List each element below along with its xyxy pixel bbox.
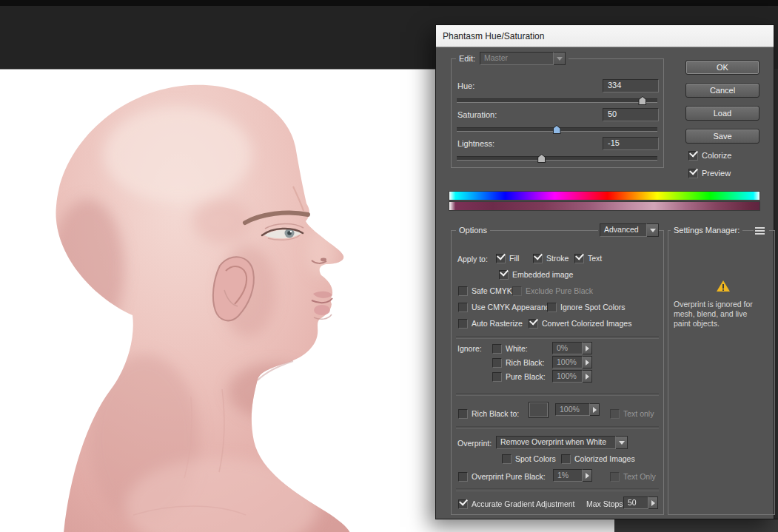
checkbox-label: Text Only [623, 472, 656, 481]
checkbox-box [610, 409, 620, 419]
checkbox-box [492, 372, 502, 382]
rich-black-to-color-swatch[interactable] [529, 402, 549, 418]
max-stops-spinner-arrow[interactable] [648, 496, 658, 509]
separator [456, 488, 659, 491]
saturation-value-field[interactable]: 50 [603, 108, 659, 121]
colorized-images-checkbox[interactable]: Colorized Images [561, 454, 635, 464]
hue-slider-thumb[interactable] [638, 96, 646, 105]
checkbox-box [688, 169, 698, 178]
checkbox-label: Rich Black to: [472, 409, 519, 418]
embedded-image-checkbox[interactable]: Embedded image [499, 269, 573, 280]
saturation-slider-thumb[interactable] [553, 125, 561, 134]
stroke-checkbox[interactable]: Stroke [533, 253, 569, 263]
chevron-right-icon [651, 500, 655, 506]
preview-checkbox[interactable]: Preview [688, 168, 731, 178]
settings-manager-menu-icon[interactable] [754, 226, 769, 237]
ignore-pure-black-checkbox[interactable]: Pure Black: [492, 371, 546, 382]
ignore-white-checkbox[interactable]: White: [492, 343, 528, 354]
cancel-button[interactable]: Cancel [685, 83, 759, 98]
overprint-pure-black-checkbox[interactable]: Overprint Pure Black: [458, 471, 546, 482]
colorize-checkbox[interactable]: Colorize [688, 150, 731, 161]
chevron-down-icon [619, 441, 625, 445]
max-stops-spinner: 50 [623, 496, 658, 509]
checkbox-box [499, 270, 509, 280]
fill-checkbox[interactable]: Fill [496, 253, 519, 263]
checkbox-box [458, 472, 468, 482]
spot-colors-checkbox[interactable]: Spot Colors [502, 454, 556, 464]
ignore-rich-black-checkbox[interactable]: Rich Black: [492, 357, 545, 368]
checkbox-label: Ignore Spot Colors [560, 303, 626, 312]
checkbox-box [688, 151, 698, 161]
overprint-dropdown[interactable]: Remove Overprint when White [496, 436, 628, 449]
edit-master-arrow[interactable] [554, 52, 566, 65]
text-checkbox[interactable]: Text [574, 253, 602, 263]
edit-label: Edit: [459, 53, 475, 64]
advanced-arrow[interactable] [647, 223, 659, 237]
lightness-slider-track[interactable] [457, 156, 657, 161]
app-window: Phantasm Hue/Saturation Edit: Master Hue… [0, 0, 778, 532]
lightness-slider-thumb[interactable] [537, 154, 546, 163]
separator [456, 336, 659, 339]
pure-black-spinner-arrow[interactable] [583, 370, 592, 383]
chevron-right-icon [593, 407, 597, 413]
separator [456, 426, 659, 429]
rich-black-to-spinner: 100% [555, 403, 600, 416]
pure-black-value-field[interactable]: 100% [552, 370, 583, 383]
checkbox-box [492, 358, 502, 368]
overprint-pure-black-value-field[interactable]: 1% [553, 469, 583, 482]
edit-master-value[interactable]: Master [480, 52, 554, 65]
checkbox-box [512, 286, 522, 296]
exclude-pure-black-checkbox: Exclude Pure Black [512, 286, 593, 296]
rich-black-spinner-arrow[interactable] [583, 356, 592, 368]
checkbox-label: Overprint Pure Black: [472, 472, 546, 481]
checkbox-box [458, 409, 468, 419]
head-illustration [0, 70, 444, 532]
lightness-value-field[interactable]: -15 [603, 137, 659, 150]
rich-black-spinner: 100% [552, 356, 592, 368]
checkbox-label: Colorize [702, 151, 731, 160]
warning-icon [716, 280, 731, 295]
advanced-dropdown[interactable]: Advanced [598, 223, 659, 237]
settings-manager-legend: Settings Manager: [671, 224, 742, 236]
overprint-value[interactable]: Remove Overprint when White [496, 436, 616, 449]
accurate-gradient-adjustment-checkbox[interactable]: Accurate Gradient Adjustment [458, 499, 575, 509]
use-cmyk-appearance-checkbox[interactable]: Use CMYK Appearance [458, 302, 554, 312]
checkbox-label: Embedded image [512, 270, 573, 279]
ignore-spot-colors-checkbox[interactable]: Ignore Spot Colors [547, 302, 626, 312]
advanced-value[interactable]: Advanced [600, 223, 647, 237]
load-button[interactable]: Load [685, 106, 759, 121]
safe-cmyk-checkbox[interactable]: Safe CMYK [458, 286, 512, 296]
overprint-arrow[interactable] [616, 436, 628, 449]
separator [456, 393, 659, 396]
rich-black-to-spinner-arrow[interactable] [590, 403, 600, 416]
checkbox-label: Auto Rasterize [472, 319, 523, 328]
ok-button[interactable]: OK [685, 60, 759, 75]
checkbox-label: Text only [623, 409, 654, 418]
edit-master-dropdown[interactable]: Master [480, 52, 566, 65]
rich-black-to-checkbox[interactable]: Rich Black to: [458, 408, 519, 419]
checkbox-label: Convert Colorized Images [542, 319, 631, 328]
options-legend: Options [456, 224, 490, 236]
settings-manager-group: Settings Manager: Overprint is ignored f… [668, 230, 775, 515]
hue-value-field[interactable]: 334 [603, 79, 659, 92]
checkbox-label: Accurate Gradient Adjustment [472, 499, 575, 508]
hue-slider-track[interactable] [457, 98, 657, 103]
pure-black-spinner: 100% [552, 370, 592, 383]
rich-black-value-field[interactable]: 100% [552, 356, 583, 368]
hue-label: Hue: [457, 81, 474, 90]
app-titlebar-strip [0, 0, 778, 6]
white-value-field[interactable]: 0% [552, 342, 583, 354]
auto-rasterize-checkbox[interactable]: Auto Rasterize [458, 318, 523, 329]
checkbox-label: Exclude Pure Black [526, 286, 593, 295]
dialog-titlebar[interactable]: Phantasm Hue/Saturation [436, 25, 774, 47]
checkbox-box [502, 454, 512, 464]
save-button[interactable]: Save [685, 129, 759, 144]
saturation-slider-track[interactable] [457, 127, 657, 132]
white-spinner-arrow[interactable] [583, 342, 592, 354]
rich-black-to-value-field[interactable]: 100% [555, 403, 590, 416]
checkbox-label: Stroke [546, 254, 569, 263]
convert-colorized-images-checkbox[interactable]: Convert Colorized Images [529, 318, 631, 329]
overprint-pure-black-spinner-arrow[interactable] [583, 469, 592, 482]
max-stops-value-field[interactable]: 50 [623, 496, 648, 509]
chevron-right-icon [586, 473, 589, 479]
